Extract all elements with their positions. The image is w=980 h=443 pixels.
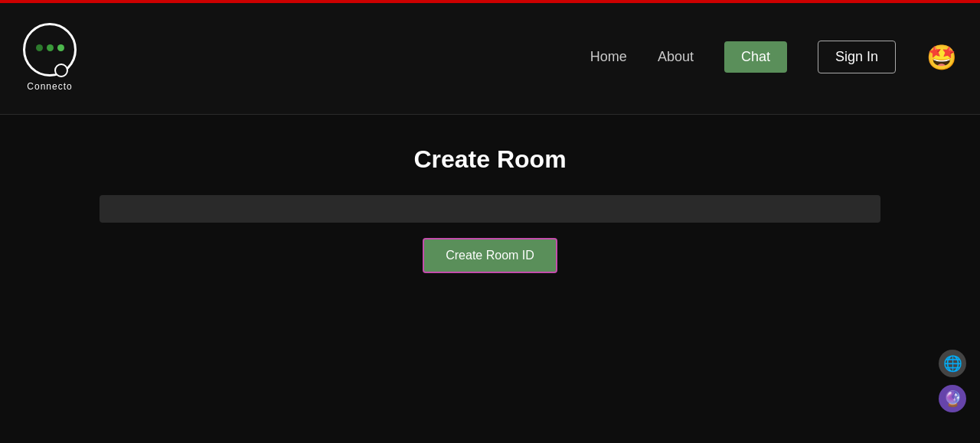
create-room-button[interactable]: Create Room ID: [423, 238, 557, 273]
nav-about[interactable]: About: [658, 49, 694, 65]
top-border: [0, 0, 980, 3]
app-name: Connecto: [27, 81, 72, 92]
logo-dot-1: [36, 44, 43, 51]
signin-button[interactable]: Sign In: [818, 41, 896, 73]
logo-dot-2: [47, 44, 54, 51]
logo-dot-3: [57, 44, 64, 51]
logo-circle: [23, 23, 77, 77]
logo-area: Connecto: [23, 23, 77, 92]
floating-icons: 🌐 🔮: [939, 350, 966, 412]
globe-icon[interactable]: 🌐: [939, 350, 966, 377]
page-title: Create Room: [413, 145, 566, 174]
nav-links: Home About Chat Sign In 🤩: [590, 41, 957, 73]
user-avatar[interactable]: 🤩: [926, 43, 957, 72]
purple-icon[interactable]: 🔮: [939, 385, 966, 412]
logo-dots: [36, 44, 64, 51]
chat-button[interactable]: Chat: [724, 41, 787, 73]
nav-home[interactable]: Home: [590, 49, 627, 65]
room-id-input[interactable]: [100, 195, 880, 223]
main-content: Create Room Create Room ID: [0, 115, 980, 443]
navbar: Connecto Home About Chat Sign In 🤩: [0, 0, 980, 115]
